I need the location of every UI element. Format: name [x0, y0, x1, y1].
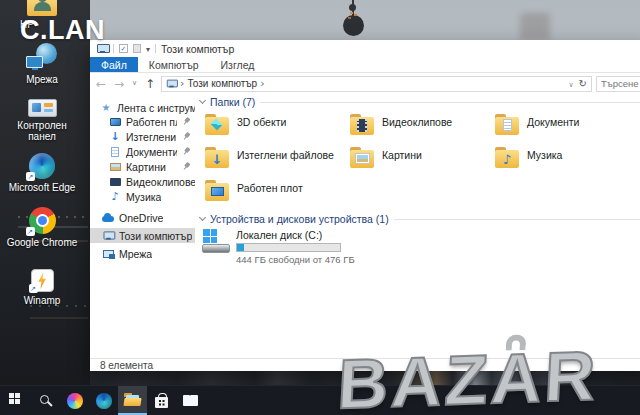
taskbar-store-button[interactable] [147, 386, 176, 415]
windows-logo-icon [203, 229, 217, 243]
up-button[interactable] [143, 78, 157, 90]
sidebar-item-label: Документи [126, 146, 177, 158]
video-icon [109, 178, 121, 186]
search-box[interactable] [596, 76, 640, 92]
watermark-clan: C.LAN [20, 15, 105, 46]
sidebar-item-quick-access[interactable]: Лента с инструмент [90, 101, 195, 114]
ribbon-tabs: Файл Компютър Изглед [90, 57, 640, 73]
taskbar-start-button[interactable] [2, 386, 31, 415]
mail-icon [183, 395, 198, 406]
explorer-body: Лента с инструмент Работен плот Изтеглен… [90, 94, 640, 358]
desktop-folder-icon [109, 118, 121, 126]
sidebar-item-downloads[interactable]: Изтеглени файл [90, 129, 195, 144]
group-header-devices[interactable]: Устройства и дискови устройства (1) [200, 213, 640, 225]
windows-logo-icon [9, 393, 14, 398]
taskbar-edge-button[interactable] [89, 386, 118, 415]
drive-usage-fill [237, 244, 244, 251]
desktop-icon-google-chrome[interactable]: Google Chrome [6, 206, 78, 248]
divider [155, 44, 156, 53]
drive-tile-local-disk-c[interactable]: Локален диск (C:) 444 ГБ свободни от 476… [200, 229, 640, 265]
content-pane: Папки (7) 3D обекти Видеоклипов [195, 94, 640, 358]
folder-label: Видеоклипове [382, 116, 452, 145]
breadcrumb-this-pc[interactable]: Този компютър [187, 78, 257, 89]
edge-icon [29, 151, 55, 179]
collapse-chevron-icon[interactable] [199, 97, 206, 104]
properties-qat-icon[interactable] [119, 44, 128, 53]
sidebar-item-desktop[interactable]: Работен плот [90, 114, 195, 129]
refresh-icon[interactable] [579, 78, 587, 89]
this-pc-icon [167, 80, 176, 88]
address-bar[interactable]: Този компютър [161, 76, 592, 92]
shortcut-arrow-icon [29, 284, 38, 293]
star-icon [100, 103, 112, 113]
address-dropdown-icon[interactable] [568, 78, 573, 89]
pin-icon [180, 115, 192, 127]
wallpaper-tower-sphere-small [349, 4, 356, 11]
divider [113, 44, 114, 53]
breadcrumb-chevron-icon[interactable] [180, 78, 184, 89]
sidebar-item-label: Музика [126, 191, 161, 203]
picture-icon [109, 163, 121, 171]
qat-dropdown-icon[interactable] [146, 43, 150, 54]
onedrive-cloud-icon [102, 213, 114, 222]
sidebar-item-onedrive[interactable]: OneDrive [90, 210, 195, 225]
sidebar-item-documents[interactable]: Документи [90, 144, 195, 159]
folder-label: Изтеглени файлове [237, 149, 334, 178]
collapse-chevron-icon[interactable] [199, 214, 206, 221]
folder-tile-desktop[interactable]: Работен плот [200, 178, 345, 211]
forward-button[interactable] [112, 78, 126, 90]
monitor-icon [211, 187, 224, 196]
window-title: Този компютър [161, 43, 234, 55]
desktop-icon-winamp[interactable]: Winamp [6, 264, 78, 306]
taskbar-explorer-button[interactable] [118, 386, 147, 415]
tab-view[interactable]: Изглед [210, 57, 266, 72]
drive-free-space: 444 ГБ свободни от 476 ГБ [236, 254, 355, 265]
sidebar-item-pictures[interactable]: Картини [90, 159, 195, 174]
taskbar-cortana-button[interactable] [60, 386, 89, 415]
search-input[interactable] [597, 78, 640, 89]
folder-label: 3D обекти [237, 116, 286, 145]
microsoft-store-icon [155, 397, 168, 408]
shortcut-arrow-icon [26, 227, 35, 236]
chrome-icon [29, 206, 56, 234]
tab-computer[interactable]: Компютър [138, 57, 210, 72]
navigation-pane: Лента с инструмент Работен плот Изтеглен… [90, 94, 195, 358]
breadcrumb-chevron-icon[interactable] [260, 78, 264, 89]
folder-icon [350, 147, 374, 168]
sidebar-item-videos[interactable]: Видеоклипове [90, 174, 195, 189]
pin-icon [180, 160, 192, 172]
desktop-icon-network[interactable]: Мрежа [6, 42, 78, 85]
desktop-icon-label: Microsoft Edge [9, 182, 76, 193]
tab-file[interactable]: Файл [90, 57, 138, 72]
taskbar-search-button[interactable] [31, 386, 60, 415]
group-header-folders[interactable]: Папки (7) [200, 96, 640, 108]
desktop-icon-label: Контролен панел [6, 120, 78, 142]
back-button[interactable] [94, 78, 108, 90]
title-bar[interactable]: Този компютър [90, 40, 640, 57]
folder-tile-documents[interactable]: Документи [490, 112, 635, 145]
new-folder-qat-icon[interactable] [133, 44, 141, 53]
network-icon [102, 250, 114, 258]
sidebar-item-music[interactable]: Музика [90, 189, 195, 204]
folder-tile-pictures[interactable]: Картини [345, 145, 490, 178]
folder-label: Работен плот [237, 182, 303, 211]
file-explorer-window: Този компютър Файл Компютър Изглед Този … [90, 40, 640, 371]
folder-tile-downloads[interactable]: Изтеглени файлове [200, 145, 345, 178]
desktop-icon-control-panel[interactable]: Контролен панел [6, 97, 78, 142]
desktop-icon-label: Мрежа [26, 74, 58, 85]
folder-tile-3d-objects[interactable]: 3D обекти [200, 112, 345, 145]
picture-icon [356, 154, 369, 163]
sidebar-item-label: Картини [126, 161, 166, 173]
folder-tile-videos[interactable]: Видеоклипове [345, 112, 490, 145]
folder-tile-music[interactable]: Музика [490, 145, 635, 178]
wallpaper-tower-sphere [343, 15, 364, 36]
folder-icon [495, 114, 519, 135]
sidebar-item-network[interactable]: Мрежа [90, 246, 195, 261]
taskbar-mail-button[interactable] [176, 386, 205, 415]
address-bar-row: Този компютър [90, 73, 640, 94]
sidebar-item-this-pc[interactable]: Този компютър [90, 228, 195, 243]
folder-icon [350, 114, 374, 135]
download-arrow-icon [205, 147, 229, 168]
desktop-icon-microsoft-edge[interactable]: Microsoft Edge [6, 151, 78, 193]
recent-locations-icon[interactable] [130, 80, 139, 87]
